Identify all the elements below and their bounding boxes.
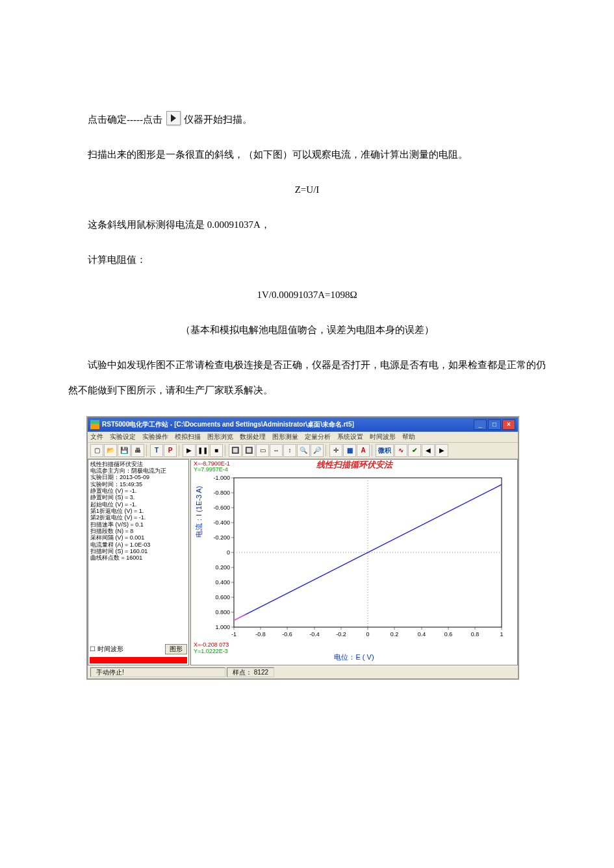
right-icon[interactable]: ▶ — [435, 444, 448, 457]
menu-file[interactable]: 文件 — [90, 433, 103, 441]
menu-exp-op[interactable]: 实验操作 — [142, 433, 168, 441]
paragraph-3: 这条斜线用鼠标测得电流是 0.00091037A， — [68, 212, 546, 238]
svg-text:-0.2: -0.2 — [336, 631, 346, 638]
param-line: 电流量程 (A) = 1.0E-03 — [90, 541, 186, 548]
menu-graph-view[interactable]: 图形浏览 — [207, 433, 233, 441]
svg-text:0.8: 0.8 — [471, 631, 480, 638]
svg-text:0: 0 — [227, 549, 230, 556]
graph-button[interactable]: 图形 — [165, 644, 187, 654]
menubar: 文件 实验设定 实验操作 模拟扫描 图形浏览 数据处理 图形测量 定量分析 系统… — [88, 432, 518, 443]
new-icon[interactable]: ▢ — [90, 444, 103, 457]
param-line: 起始电位 (V) = -1. — [90, 501, 186, 508]
svg-text:-0.600: -0.600 — [213, 504, 230, 511]
svg-text:-0.4: -0.4 — [309, 631, 320, 638]
t-button[interactable]: T — [150, 444, 163, 457]
zoom-fit-icon[interactable]: ▭ — [256, 444, 269, 457]
pause-icon[interactable]: ❚❚ — [196, 444, 209, 457]
param-line: 静置电位 (V) = -1. — [90, 488, 186, 494]
check-icon[interactable]: ✔ — [408, 444, 421, 457]
app-icon — [90, 420, 99, 429]
paragraph-2: 扫描出来的图形是一条很直的斜线，（如下图）可以观察电流，准确计算出测量的电阻。 — [68, 142, 546, 167]
param-line: 扫描速率 (V/S) = 0.1 — [90, 521, 186, 528]
param-line: 第2折返电位 (V) = -1. — [90, 514, 186, 521]
save-icon[interactable]: 💾 — [118, 444, 131, 457]
chart-title: 线性扫描循环伏安法 — [194, 460, 515, 470]
zoom-y-icon[interactable]: ↕ — [283, 444, 296, 457]
param-line: 实验日期：2013-05-09 — [90, 474, 186, 480]
zoom-out-icon[interactable]: 🔎 — [311, 444, 324, 457]
p-button[interactable]: P — [164, 444, 177, 457]
parameters-panel: 线性扫描循环伏安法 电流参主方向：阴极电流为正 实验日期：2013-05-09 … — [88, 459, 189, 665]
svg-text:-0.200: -0.200 — [213, 534, 230, 541]
progress-bar — [90, 657, 187, 663]
menu-time[interactable]: 时间波形 — [370, 433, 396, 441]
param-line: 静置时间 (S) = 3. — [90, 494, 186, 501]
maximize-button[interactable]: □ — [488, 419, 501, 430]
cv-chart: -1.000 -0.800 -0.600 -0.400 -0.200 0 0.2… — [194, 473, 508, 654]
paragraph-6: 试验中如发现作图不正常请检查电极连接是否正确，仪器是否打开，电源是否有电，如果检… — [68, 353, 546, 403]
svg-text:-0.6: -0.6 — [282, 631, 292, 638]
param-line: 线性扫描循环伏安法 — [90, 461, 186, 467]
status-right: 样点： 8122 — [227, 667, 274, 678]
close-button[interactable]: × — [502, 419, 515, 430]
run-icon[interactable]: ▶ — [183, 444, 196, 457]
curve-icon[interactable]: ∿ — [394, 444, 407, 457]
param-line: 实验时间：15:49:35 — [90, 481, 186, 488]
svg-text:0.600: 0.600 — [215, 594, 230, 601]
menu-data[interactable]: 数据处理 — [240, 433, 266, 441]
toolbar: ▢ 📂 💾 🖶 T P ▶ ❚❚ ■ 🔲 🔲 ▭ ↔ ↕ 🔍 🔎 ✛ ▦ A 微… — [88, 443, 518, 459]
play-icon — [166, 111, 181, 125]
svg-text:-0.800: -0.800 — [213, 490, 230, 496]
client-area: 线性扫描循环伏安法 电流参主方向：阴极电流为正 实验日期：2013-05-09 … — [88, 459, 518, 665]
param-line: 扫描段数 (N) = 8 — [90, 528, 186, 534]
svg-text:1.000: 1.000 — [215, 624, 230, 630]
svg-text:0.400: 0.400 — [215, 579, 230, 586]
svg-text:0.800: 0.800 — [215, 609, 230, 615]
menu-exp-set[interactable]: 实验设定 — [110, 433, 136, 441]
param-line: 扫描时间 (S) = 160.01 — [90, 548, 186, 554]
window-buttons: _ □ × — [474, 419, 515, 430]
svg-text:1: 1 — [500, 631, 503, 638]
zoom-in-icon[interactable]: 🔍 — [297, 444, 310, 457]
menu-quant[interactable]: 定量分析 — [305, 433, 331, 441]
minimize-button[interactable]: _ — [474, 419, 487, 430]
svg-text:-0.400: -0.400 — [213, 519, 230, 526]
statusbar: 手动停止! 样点： 8122 — [88, 665, 518, 679]
plot-panel: X=-8.7900E-1 Y=7.9957E-4 线性扫描循环伏安法 电流：I … — [190, 459, 518, 665]
window-title: RST5000电化学工作站 - [C:\Documents and Settin… — [102, 421, 354, 428]
menu-sys[interactable]: 系统设置 — [337, 433, 363, 441]
a-icon[interactable]: A — [357, 444, 370, 457]
svg-text:0: 0 — [366, 631, 369, 638]
svg-text:0.2: 0.2 — [390, 631, 399, 638]
calculus-button[interactable]: 微积 — [376, 444, 394, 457]
p1-prefix: 点击确定-----点击 — [88, 114, 162, 125]
crosshair-icon[interactable]: ✛ — [329, 444, 342, 457]
open-icon[interactable]: 📂 — [104, 444, 117, 457]
svg-text:-1.000: -1.000 — [213, 475, 230, 481]
menu-help[interactable]: 帮助 — [402, 433, 415, 441]
formula-2: 1V/0.00091037A=1098Ω — [68, 282, 546, 308]
svg-text:0.200: 0.200 — [215, 564, 230, 571]
param-line: 采样间隔 (V) = 0.001 — [90, 534, 186, 541]
param-line: 曲线样点数 = 16001 — [90, 554, 186, 561]
print-icon[interactable]: 🖶 — [131, 444, 144, 457]
menu-sim-scan[interactable]: 模拟扫描 — [175, 433, 201, 441]
left-icon[interactable]: ◀ — [422, 444, 435, 457]
svg-text:-0.8: -0.8 — [255, 631, 266, 638]
param-line: 第1折返电位 (V) = 1. — [90, 508, 186, 514]
param-line: 电流参主方向：阴极电流为正 — [90, 467, 186, 474]
svg-text:-1: -1 — [231, 631, 237, 638]
menu-graph-meas[interactable]: 图形测量 — [272, 433, 298, 441]
zoom-1-icon[interactable]: 🔲 — [229, 444, 242, 457]
zoom-2-icon[interactable]: 🔲 — [242, 444, 255, 457]
status-left: 手动停止! — [90, 667, 225, 678]
svg-text:0.4: 0.4 — [418, 631, 426, 638]
stop-icon[interactable]: ■ — [210, 444, 223, 457]
grid-icon[interactable]: ▦ — [343, 444, 356, 457]
paragraph-4: 计算电阻值： — [68, 247, 546, 273]
formula-1: Z=U/I — [68, 177, 546, 203]
paragraph-1: 点击确定-----点击 仪器开始扫描。 — [68, 107, 546, 132]
zoom-x-icon[interactable]: ↔ — [270, 444, 283, 457]
titlebar[interactable]: RST5000电化学工作站 - [C:\Documents and Settin… — [88, 417, 518, 432]
time-wave-checkbox[interactable]: ☐ 时间波形 — [90, 645, 123, 653]
